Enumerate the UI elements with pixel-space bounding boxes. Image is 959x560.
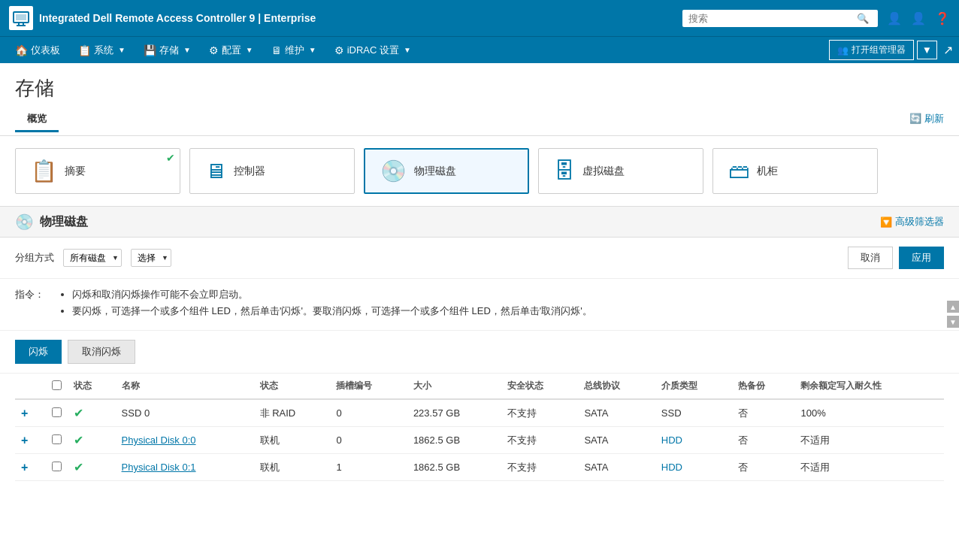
card-physical-disk-label: 物理磁盘 [414, 165, 456, 178]
blink-button[interactable]: 闪烁 [15, 340, 62, 364]
nav-config-label: 配置 [222, 44, 241, 57]
nav-config[interactable]: ⚙ 配置 ▼ [200, 37, 262, 64]
search-input[interactable] [688, 13, 854, 24]
table-row: + ✔ Physical Disk 0:1 联机 1 1862.5 GB 不支持… [15, 454, 944, 481]
instruction-item-2: 要闪烁，可选择一个或多个组件 LED，然后单击'闪烁'。要取消闪烁，可选择一个或… [72, 304, 592, 318]
person-icon[interactable]: 👤 [911, 11, 926, 26]
scroll-up-button[interactable]: ▲ [947, 301, 959, 313]
row-checkbox[interactable] [52, 434, 62, 444]
td-name[interactable]: Physical Disk 0:0 [116, 427, 254, 454]
td-name[interactable]: Physical Disk 0:1 [116, 454, 254, 481]
nav-storage[interactable]: 💾 存储 ▼ [135, 37, 200, 64]
td-media: HDD [655, 454, 732, 481]
card-physical-disk[interactable]: 💿 物理磁盘 [364, 148, 529, 194]
advanced-filter-link[interactable]: 🔽 高级筛选器 [880, 215, 944, 229]
scroll-down-button[interactable]: ▼ [947, 316, 959, 328]
virtual-disk-icon: 🗄 [554, 159, 575, 183]
td-hot-spare: 否 [732, 454, 794, 481]
th-expand [15, 374, 46, 399]
td-status: ✔ [68, 454, 116, 481]
td-media: HDD [655, 427, 732, 454]
td-size: 1862.5 GB [407, 454, 501, 481]
card-check-icon: ✔ [166, 152, 175, 164]
nav-system[interactable]: 📋 系统 ▼ [69, 37, 135, 64]
nav-expand-icon[interactable]: ↗ [943, 43, 953, 57]
nav-bar: 🏠 仪表板 📋 系统 ▼ 💾 存储 ▼ ⚙ 配置 ▼ 🖥 维护 ▼ ⚙ iDRA… [0, 36, 959, 63]
section-title-text: 物理磁盘 [40, 214, 88, 230]
select-all-checkbox[interactable] [52, 380, 62, 390]
td-checkbox[interactable] [46, 454, 68, 481]
nav-right: 👥 打开组管理器 ▼ ↗ [829, 40, 953, 60]
disk-filter-select[interactable]: 所有磁盘 [63, 249, 122, 267]
storage-icon: 💾 [144, 44, 156, 56]
td-security: 不支持 [501, 454, 578, 481]
nav-storage-label: 存储 [159, 44, 179, 57]
td-slot: 0 [330, 427, 407, 454]
tab-overview[interactable]: 概览 [15, 107, 59, 132]
th-slot: 插槽编号 [330, 374, 407, 399]
tab-bar: 概览 🔄 刷新 [15, 107, 944, 132]
row-checkbox[interactable] [52, 462, 62, 471]
td-durability: 不适用 [794, 454, 944, 481]
action-filter-wrapper[interactable]: 选择 [131, 249, 171, 267]
svg-rect-1 [16, 14, 26, 20]
group-manager-dropdown-button[interactable]: ▼ [917, 41, 937, 59]
app-title-text: Integrated Dell Remote Access Controller… [39, 12, 316, 24]
instructions-list: 闪烁和取消闪烁操作可能不会立即启动。 要闪烁，可选择一个或多个组件 LED，然后… [60, 288, 592, 321]
refresh-label: 刷新 [924, 112, 944, 126]
td-slot: 0 [330, 399, 407, 427]
open-group-manager-button[interactable]: 👥 打开组管理器 [829, 40, 914, 60]
dashboard-icon: 🏠 [15, 44, 28, 56]
th-state: 状态 [254, 374, 331, 399]
refresh-button[interactable]: 🔄 刷新 [909, 107, 944, 132]
td-hot-spare: 否 [732, 399, 794, 427]
unblink-button[interactable]: 取消闪烁 [68, 340, 135, 364]
nav-dashboard-label: 仪表板 [31, 44, 60, 57]
td-state: 联机 [254, 454, 331, 481]
apply-button[interactable]: 应用 [899, 247, 944, 269]
card-cabinet[interactable]: 🗃 机柜 [712, 148, 878, 194]
action-buttons: 闪烁 取消闪烁 [0, 331, 959, 374]
td-status: ✔ [68, 399, 116, 427]
td-size: 1862.5 GB [407, 427, 501, 454]
section-disk-icon: 💿 [15, 213, 34, 231]
disk-filter-wrapper[interactable]: 所有磁盘 [63, 249, 122, 267]
cancel-button[interactable]: 取消 [848, 247, 893, 269]
user-icon[interactable]: 👤 [887, 11, 902, 26]
nav-maintenance[interactable]: 🖥 维护 ▼ [262, 37, 325, 64]
instructions-area: 指令： 闪烁和取消闪烁操作可能不会立即启动。 要闪烁，可选择一个或多个组件 LE… [0, 279, 959, 331]
card-controller[interactable]: 🖥 控制器 [189, 148, 355, 194]
card-summary[interactable]: ✔ 📋 摘要 [15, 148, 180, 194]
group-manager-label: 打开组管理器 [852, 44, 906, 56]
td-expand[interactable]: + [15, 454, 46, 481]
td-media: SSD [655, 399, 732, 427]
header: Integrated Dell Remote Access Controller… [0, 0, 959, 36]
td-bus: SATA [578, 454, 655, 481]
td-state: 联机 [254, 427, 331, 454]
config-chevron-icon: ▼ [246, 46, 253, 54]
th-checkbox [46, 374, 68, 399]
table-row: + ✔ SSD 0 非 RAID 0 223.57 GB 不支持 SATA SS… [15, 399, 944, 427]
td-expand[interactable]: + [15, 399, 46, 427]
card-controller-label: 控制器 [234, 165, 265, 178]
row-checkbox[interactable] [52, 407, 62, 417]
search-icon[interactable]: 🔍 [857, 13, 869, 24]
nav-dashboard[interactable]: 🏠 仪表板 [6, 37, 69, 64]
controller-icon: 🖥 [205, 159, 226, 183]
td-expand[interactable]: + [15, 427, 46, 454]
nav-idrac[interactable]: ⚙ iDRAC 设置 ▼ [325, 37, 420, 64]
help-icon[interactable]: ❓ [935, 11, 950, 26]
summary-icon: 📋 [31, 159, 57, 183]
scrollbar[interactable]: ▲ ▼ [947, 301, 959, 328]
th-bus: 总线协议 [578, 374, 655, 399]
table-area: 状态 名称 状态 插槽编号 大小 安全状态 总线协议 介质类型 热备份 剩余额定… [0, 374, 959, 481]
search-box[interactable]: 🔍 [682, 10, 878, 27]
action-filter-select[interactable]: 选择 [131, 249, 171, 267]
nav-maintenance-label: 维护 [285, 44, 304, 57]
card-virtual-disk[interactable]: 🗄 虚拟磁盘 [538, 148, 703, 194]
refresh-icon: 🔄 [909, 113, 921, 124]
td-checkbox[interactable] [46, 399, 68, 427]
td-bus: SATA [578, 427, 655, 454]
td-checkbox[interactable] [46, 427, 68, 454]
maintenance-icon: 🖥 [271, 44, 282, 56]
